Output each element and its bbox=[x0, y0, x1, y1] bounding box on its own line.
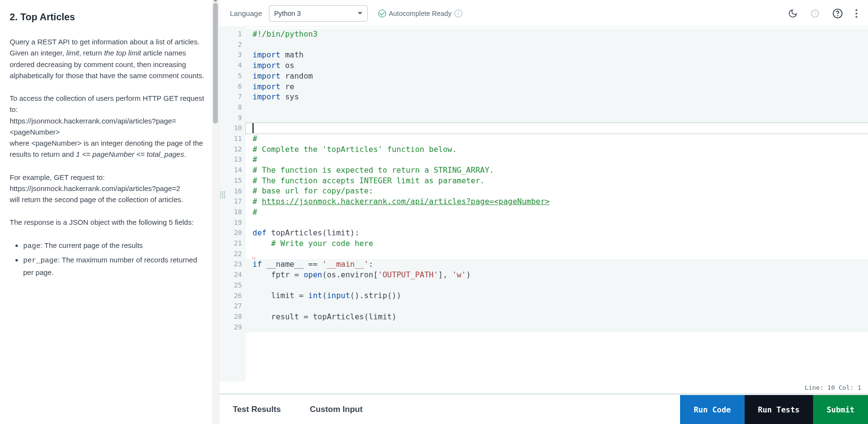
editor-toolbar: Language Python 3 Autocomplete Ready i bbox=[219, 0, 868, 27]
problem-paragraph-4: The response is a JSON object with the f… bbox=[10, 217, 209, 228]
tab-test-results[interactable]: Test Results bbox=[233, 405, 281, 414]
code-editor[interactable]: 1▾234567891011121314151617181920212223▾2… bbox=[219, 27, 868, 382]
submit-button[interactable]: Submit bbox=[813, 395, 868, 424]
scrollbar-thumb[interactable] bbox=[213, 3, 218, 123]
editor-status-bar: Line: 10 Col: 1 bbox=[219, 382, 868, 393]
problem-paragraph-1: Query a REST API to get information abou… bbox=[10, 36, 209, 81]
editor-panel: Language Python 3 Autocomplete Ready i bbox=[219, 0, 868, 424]
run-tests-button[interactable]: Run Tests bbox=[745, 395, 814, 424]
theme-toggle-icon[interactable] bbox=[788, 9, 798, 18]
scrollbar-track[interactable] bbox=[212, 0, 219, 424]
chevron-down-icon bbox=[358, 12, 362, 14]
code-area[interactable]: #!/bin/python3import mathimport osimport… bbox=[246, 27, 868, 382]
list-item: page: The current page of the results bbox=[23, 240, 209, 252]
svg-point-2 bbox=[838, 15, 838, 16]
check-circle-icon bbox=[378, 10, 386, 17]
more-icon[interactable] bbox=[855, 9, 857, 18]
language-select[interactable]: Python 3 bbox=[269, 5, 368, 22]
language-label: Language bbox=[230, 9, 262, 17]
line-gutter: 1▾234567891011121314151617181920212223▾2… bbox=[219, 27, 246, 382]
problem-panel: 2. Top Articles Query a REST API to get … bbox=[0, 0, 219, 424]
panel-resize-handle[interactable] bbox=[220, 187, 226, 203]
problem-title: 2. Top Articles bbox=[10, 12, 209, 23]
fields-list: page: The current page of the results pe… bbox=[10, 240, 209, 278]
tab-custom-input[interactable]: Custom Input bbox=[310, 405, 363, 414]
language-value: Python 3 bbox=[274, 10, 301, 17]
history-icon[interactable] bbox=[810, 9, 820, 18]
run-code-button[interactable]: Run Code bbox=[680, 395, 744, 424]
problem-paragraph-2: To access the collection of users perfor… bbox=[10, 93, 209, 160]
help-icon[interactable] bbox=[832, 8, 843, 19]
info-icon: i bbox=[454, 10, 462, 17]
problem-paragraph-3: For example, GET request to: https://jso… bbox=[10, 172, 209, 205]
autocomplete-status[interactable]: Autocomplete Ready i bbox=[378, 10, 462, 17]
results-bar: Test Results Custom Input Run Code Run T… bbox=[219, 394, 868, 424]
scroll-up-icon[interactable] bbox=[214, 0, 217, 1]
list-item: per_page: The maximum number of records … bbox=[23, 254, 209, 278]
